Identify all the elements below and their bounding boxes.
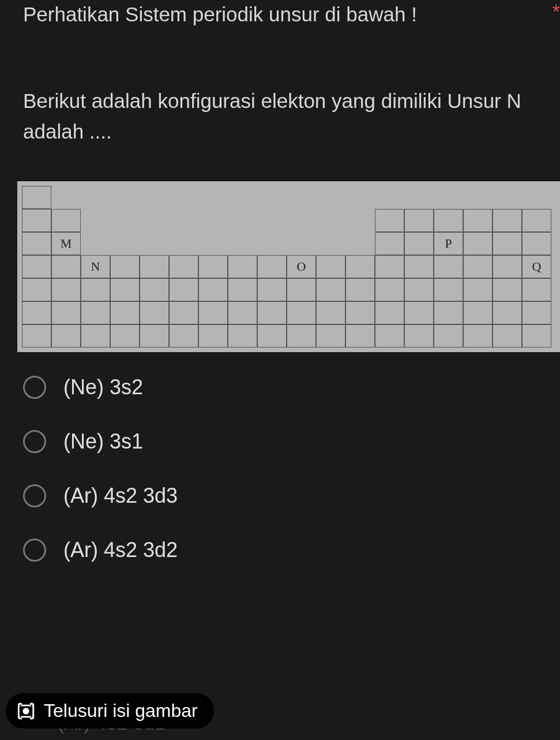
pt-cell <box>257 301 287 324</box>
pt-cell <box>375 278 404 301</box>
pt-empty <box>316 232 345 255</box>
pt-empty <box>140 209 169 232</box>
pt-cell <box>198 301 228 324</box>
required-asterisk: * <box>552 0 560 23</box>
pt-cell <box>198 324 228 347</box>
pt-empty <box>169 232 198 255</box>
pt-cell <box>434 278 463 301</box>
periodic-table-image: MPNOQ <box>17 181 560 352</box>
options-list: (Ne) 3s2 (Ne) 3s1 (Ar) 4s2 3d3 (Ar) 4s2 … <box>0 352 560 562</box>
pt-cell <box>463 301 493 324</box>
pt-empty <box>375 186 404 209</box>
pt-cell <box>493 255 522 278</box>
pt-cell <box>316 278 345 301</box>
pt-cell <box>404 232 434 255</box>
pt-cell <box>51 324 81 347</box>
option-label: (Ar) 4s2 3d3 <box>63 484 178 508</box>
pt-cell <box>140 301 169 324</box>
pt-empty <box>345 232 375 255</box>
pt-cell <box>110 324 140 347</box>
pt-cell <box>316 301 345 324</box>
option-1[interactable]: (Ne) 3s2 <box>23 375 537 399</box>
pt-cell <box>51 209 81 232</box>
lens-search-button[interactable]: Telusuri isi gambar <box>6 693 214 728</box>
pt-cell <box>140 324 169 347</box>
pt-cell <box>434 209 463 232</box>
pt-cell <box>140 255 169 278</box>
pt-cell <box>345 301 375 324</box>
pt-cell <box>228 278 257 301</box>
pt-cell <box>169 255 198 278</box>
radio-icon[interactable] <box>23 376 46 399</box>
pt-empty <box>463 186 493 209</box>
pt-empty <box>287 186 316 209</box>
pt-cell <box>316 324 345 347</box>
pt-empty <box>140 232 169 255</box>
pt-cell <box>463 232 493 255</box>
pt-empty <box>287 232 316 255</box>
pt-cell <box>81 278 110 301</box>
option-label: (Ne) 3s1 <box>63 429 143 454</box>
pt-cell <box>169 324 198 347</box>
pt-cell <box>345 278 375 301</box>
pt-empty <box>81 186 110 209</box>
pt-cell <box>22 301 51 324</box>
pt-cell <box>404 255 434 278</box>
pt-empty <box>110 232 140 255</box>
pt-empty <box>257 232 287 255</box>
pt-cell <box>493 209 522 232</box>
pt-empty <box>434 186 463 209</box>
pt-empty <box>316 186 345 209</box>
pt-cell <box>493 301 522 324</box>
pt-cell <box>22 186 51 209</box>
pt-empty <box>81 232 110 255</box>
option-label: (Ne) 3s2 <box>63 375 143 399</box>
pt-cell <box>110 278 140 301</box>
pt-cell <box>434 324 463 347</box>
pt-empty <box>228 186 257 209</box>
pt-cell-M: M <box>51 232 81 255</box>
pt-cell <box>287 324 316 347</box>
pt-cell <box>493 232 522 255</box>
pt-cell <box>404 278 434 301</box>
option-label: (Ar) 4s2 3d2 <box>63 538 178 562</box>
pt-cell <box>316 255 345 278</box>
pt-cell <box>463 324 493 347</box>
pt-cell <box>228 301 257 324</box>
option-4[interactable]: (Ar) 4s2 3d2 <box>23 538 537 562</box>
pt-empty <box>110 209 140 232</box>
pt-cell <box>257 278 287 301</box>
pt-cell <box>51 301 81 324</box>
radio-icon[interactable] <box>23 430 46 453</box>
radio-icon[interactable] <box>23 539 46 562</box>
pt-cell <box>522 278 551 301</box>
pt-empty <box>51 186 81 209</box>
pt-cell <box>51 255 81 278</box>
pt-cell <box>404 209 434 232</box>
question-line1: Perhatikan Sistem periodik unsur di bawa… <box>23 0 537 28</box>
pt-cell-O: O <box>287 255 316 278</box>
option-2[interactable]: (Ne) 3s1 <box>23 429 537 454</box>
pt-empty <box>404 186 434 209</box>
lens-icon <box>16 701 36 721</box>
pt-cell <box>375 255 404 278</box>
pt-cell <box>22 255 51 278</box>
question-line2: Berikut adalah konfigurasi elekton yang … <box>23 86 537 147</box>
pt-empty <box>493 186 522 209</box>
pt-empty <box>169 186 198 209</box>
pt-cell <box>257 324 287 347</box>
pt-empty <box>110 186 140 209</box>
pt-empty <box>198 209 228 232</box>
pt-empty <box>345 209 375 232</box>
pt-cell <box>404 324 434 347</box>
radio-icon[interactable] <box>23 484 46 507</box>
pt-cell <box>463 255 493 278</box>
pt-cell-N: N <box>81 255 110 278</box>
pt-cell <box>22 278 51 301</box>
option-3[interactable]: (Ar) 4s2 3d3 <box>23 484 537 508</box>
pt-cell <box>81 301 110 324</box>
question-block: Perhatikan Sistem periodik unsur di bawa… <box>0 0 560 147</box>
pt-empty <box>287 209 316 232</box>
pt-cell <box>22 232 51 255</box>
pt-empty <box>316 209 345 232</box>
